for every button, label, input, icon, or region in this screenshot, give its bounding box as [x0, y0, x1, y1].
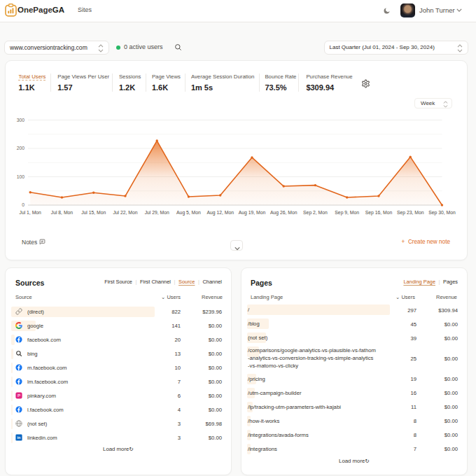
svg-text:Jul 8, Mon: Jul 8, Mon	[51, 210, 74, 215]
svg-text:in: in	[18, 435, 21, 440]
svg-text:Jul 29, Mon: Jul 29, Mon	[145, 210, 169, 215]
svg-text:Aug 5, Mon: Aug 5, Mon	[176, 210, 201, 216]
svg-text:Aug 12, Mon: Aug 12, Mon	[206, 210, 234, 216]
svg-text:Jul 1, Mon: Jul 1, Mon	[20, 210, 42, 215]
svg-text:Sep 30, Mon: Sep 30, Mon	[428, 210, 456, 216]
svg-text:300: 300	[17, 118, 25, 122]
svg-text:0: 0	[22, 202, 24, 207]
svg-text:P: P	[18, 393, 20, 398]
svg-text:Sep 9, Mon: Sep 9, Mon	[335, 210, 359, 216]
svg-text:200: 200	[17, 146, 25, 150]
svg-text:Aug 19, Mon: Aug 19, Mon	[239, 210, 266, 216]
svg-text:Aug 26, Mon: Aug 26, Mon	[270, 210, 298, 216]
svg-text:Jul 15, Mon: Jul 15, Mon	[81, 210, 106, 215]
svg-text:Sep 23, Mon: Sep 23, Mon	[397, 210, 424, 216]
svg-text:Sep 2, Mon: Sep 2, Mon	[303, 210, 328, 216]
svg-text:Sep 16, Mon: Sep 16, Mon	[365, 210, 393, 216]
svg-text:Jul 22, Mon: Jul 22, Mon	[113, 210, 137, 215]
svg-text:100: 100	[17, 174, 25, 179]
